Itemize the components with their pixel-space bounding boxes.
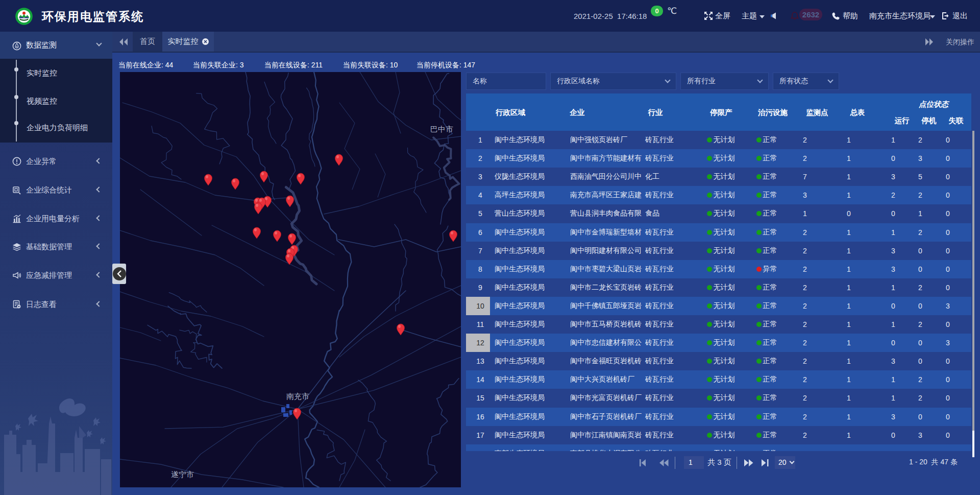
svg-text:巴中市: 巴中市 — [430, 125, 453, 133]
svg-text:遂宁市: 遂宁市 — [171, 470, 194, 479]
svg-text:南充市: 南充市 — [286, 392, 309, 400]
